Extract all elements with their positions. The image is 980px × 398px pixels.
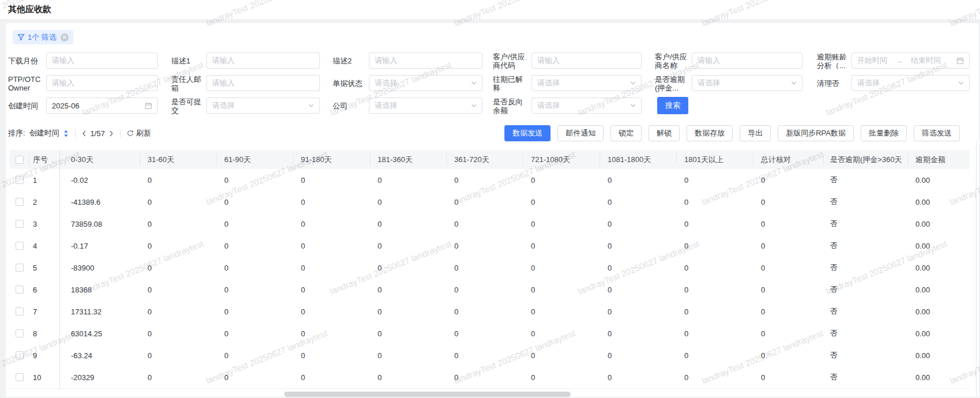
- toolbar-button[interactable]: 筛选发送: [914, 125, 960, 141]
- table-row[interactable]: 717311.32000000000否0.00: [10, 301, 970, 323]
- table-cell: 0: [531, 169, 535, 191]
- chevron-down-icon: [791, 80, 797, 86]
- table-cell: 0: [148, 169, 152, 191]
- filter-label: 描述1: [171, 52, 202, 69]
- header-divider: [600, 153, 600, 166]
- table-cell: 0: [224, 169, 228, 191]
- row-checkbox[interactable]: [16, 373, 24, 381]
- table-cell: 0: [301, 235, 305, 257]
- row-checkbox[interactable]: [16, 198, 24, 206]
- column-header[interactable]: 是否逾期(押金>360天: [830, 150, 902, 169]
- row-checkbox[interactable]: [16, 351, 24, 359]
- column-header[interactable]: 61-90天: [224, 150, 251, 169]
- filter-select-field[interactable]: 请选择: [206, 97, 320, 114]
- column-header[interactable]: 1801天以上: [684, 150, 723, 169]
- filter-text-field[interactable]: 请输入: [532, 52, 642, 69]
- row-checkbox[interactable]: [16, 220, 24, 228]
- column-header[interactable]: 0-30天: [71, 150, 93, 169]
- filter-text-field[interactable]: 请输入: [206, 52, 320, 69]
- column-header[interactable]: 总计核对: [761, 150, 791, 169]
- filter-chip[interactable]: 1个 筛选 ✕: [13, 30, 73, 44]
- table-row[interactable]: 863014.25000000000否0.00: [10, 322, 970, 345]
- table-cell: 0: [224, 344, 228, 366]
- table-cell: 0: [684, 279, 688, 301]
- filter-label: 客户/供应商代码: [493, 52, 527, 70]
- table-row[interactable]: 5-83900000000000否0.00: [10, 257, 970, 279]
- column-header[interactable]: 31-60天: [148, 150, 174, 169]
- seq-cell: 8: [33, 322, 37, 344]
- toolbar-button[interactable]: 新版同步RPA数据: [778, 125, 854, 141]
- table-cell: 否: [830, 191, 838, 213]
- row-checkbox[interactable]: [16, 176, 24, 184]
- table-row[interactable]: 1-0.02000000000否0.00: [10, 169, 970, 192]
- filter-select-field[interactable]: 请选择: [851, 75, 970, 91]
- page-indicator: 1/57: [91, 129, 105, 138]
- date-value: 2025-06: [52, 102, 80, 110]
- table-row[interactable]: 9-63.24000000000否0.00: [10, 344, 970, 367]
- table-cell: 0: [224, 322, 228, 344]
- filter-select-field[interactable]: 请选择: [532, 97, 642, 114]
- column-header[interactable]: 181-360天: [378, 150, 413, 169]
- table-cell: 0: [608, 279, 612, 301]
- filter-select-field[interactable]: 请选择: [369, 75, 483, 91]
- table-cell: 0: [761, 235, 765, 257]
- table-row[interactable]: 4-0.17000000000否0.00: [10, 235, 970, 257]
- filter-select-field[interactable]: 请选择: [369, 97, 483, 114]
- filter-text-field[interactable]: 请输入: [206, 75, 320, 91]
- row-checkbox[interactable]: [16, 307, 24, 316]
- column-header[interactable]: 序号: [33, 150, 48, 169]
- table-row[interactable]: 618368000000000否0.00: [10, 279, 970, 301]
- filter-select-field[interactable]: 请选择: [532, 75, 642, 91]
- column-header[interactable]: 361-720天: [454, 150, 489, 169]
- end-placeholder: 结束时间: [911, 55, 941, 66]
- toolbar-button[interactable]: 导出: [740, 125, 771, 141]
- table-cell: 否: [830, 279, 838, 301]
- column-header[interactable]: 721-1080天: [531, 150, 570, 169]
- toolbar-button[interactable]: 邮件通知: [557, 125, 604, 141]
- table-row[interactable]: 10-20329000000000否0.00: [10, 366, 970, 389]
- column-header[interactable]: 1081-1800天: [608, 150, 651, 169]
- select-all-checkbox[interactable]: [16, 156, 24, 164]
- table-row[interactable]: 2-41389.6000000000否0.00: [10, 191, 970, 213]
- row-checkbox[interactable]: [16, 286, 24, 294]
- table-cell: 0: [301, 191, 305, 213]
- table-row[interactable]: 373859.08000000000否0.00: [10, 213, 970, 235]
- filter-text-field[interactable]: 请输入: [692, 52, 802, 69]
- row-checkbox[interactable]: [16, 264, 24, 272]
- filter-text-field[interactable]: 请输入: [46, 52, 158, 69]
- header-divider: [676, 153, 677, 166]
- horizontal-scrollbar[interactable]: [284, 392, 571, 397]
- header-divider: [370, 153, 370, 166]
- filter-text-field[interactable]: 请输入: [46, 75, 158, 91]
- toolbar-button[interactable]: 数据发送: [504, 125, 551, 141]
- table-cell: 0: [378, 301, 382, 322]
- table-cell: 0: [301, 257, 305, 279]
- table-cell: 0: [148, 279, 152, 301]
- filter-date-field[interactable]: 2025-06: [46, 97, 158, 114]
- refresh-button[interactable]: 刷新: [127, 128, 151, 138]
- prev-page-icon[interactable]: [82, 130, 86, 137]
- table-cell: 0: [684, 344, 688, 366]
- column-header[interactable]: 逾期金额: [915, 150, 945, 169]
- placeholder: 请选择: [375, 78, 397, 88]
- toolbar-button[interactable]: 解锁: [649, 125, 680, 141]
- toolbar-button[interactable]: 锁定: [610, 125, 642, 141]
- table-cell: 0: [761, 301, 765, 322]
- filter-daterange-field[interactable]: 开始时间→结束时间: [851, 52, 970, 69]
- table-cell: 0.00: [915, 301, 930, 322]
- table-cell: 0: [608, 169, 612, 191]
- search-button[interactable]: 搜索: [657, 97, 688, 114]
- toolbar-button[interactable]: 批量删除: [861, 125, 907, 141]
- clear-filter-icon[interactable]: ✕: [61, 33, 69, 42]
- row-checkbox[interactable]: [16, 329, 24, 337]
- column-header[interactable]: 91-180天: [301, 150, 331, 169]
- filter-select-field[interactable]: 请选择: [692, 75, 802, 91]
- sort-field[interactable]: 创建时间: [29, 128, 59, 138]
- toolbar-button[interactable]: 数据存放: [687, 125, 733, 141]
- table-cell: -20329: [71, 366, 94, 388]
- filter-text-field[interactable]: 请输入: [369, 52, 483, 69]
- sort-order-icon[interactable]: [63, 130, 69, 137]
- row-checkbox[interactable]: [16, 242, 24, 250]
- table-cell: 0: [531, 213, 535, 235]
- next-page-icon[interactable]: [109, 130, 114, 137]
